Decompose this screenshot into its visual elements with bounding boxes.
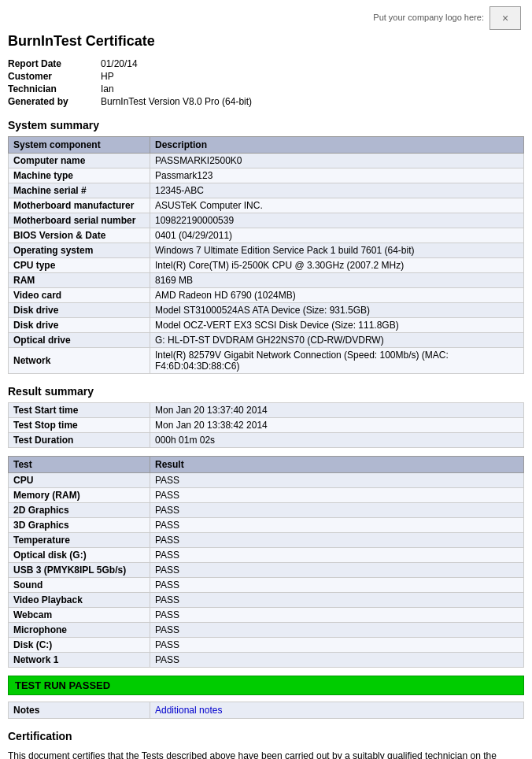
report-field-label: Generated by xyxy=(8,95,94,108)
test-result: PASS xyxy=(150,533,524,548)
notes-row: Notes Additional notes xyxy=(9,702,524,719)
system-component-label: RAM xyxy=(9,273,150,288)
system-row: Machine typePassmark123 xyxy=(9,168,524,183)
test-name: 2D Graphics xyxy=(9,503,150,518)
test-name: CPU xyxy=(9,473,150,488)
system-component-value: Model ST31000524AS ATA Device (Size: 931… xyxy=(150,303,524,318)
system-component-value: Model OCZ-VERT EX3 SCSI Disk Device (Siz… xyxy=(150,318,524,333)
report-info-row: Generated byBurnInTest Version V8.0 Pro … xyxy=(8,95,258,108)
certification-section: Certification This document certifies th… xyxy=(8,730,524,759)
test-result: PASS xyxy=(150,638,524,653)
report-field-label: Customer xyxy=(8,70,94,83)
system-row: CPU typeIntel(R) Core(TM) i5-2500K CPU @… xyxy=(9,258,524,273)
result-row: Video PlaybackPASS xyxy=(9,593,524,608)
system-row: Motherboard manufacturerASUSTeK Computer… xyxy=(9,198,524,213)
result-row: TemperaturePASS xyxy=(9,533,524,548)
test-result: PASS xyxy=(150,563,524,578)
test-result: PASS xyxy=(150,578,524,593)
logo-placeholder xyxy=(490,6,521,30)
system-component-value: G: HL-DT-ST DVDRAM GH22NS70 (CD-RW/DVDRW… xyxy=(150,333,524,348)
system-component-label: Machine type xyxy=(9,168,150,183)
timing-label: Test Duration xyxy=(9,433,150,448)
result-row: CPUPASS xyxy=(9,473,524,488)
result-row: WebcamPASS xyxy=(9,608,524,623)
system-row: NetworkIntel(R) 82579V Gigabit Network C… xyxy=(9,348,524,374)
logo-area: Put your company logo here: xyxy=(8,6,524,30)
test-name: 3D Graphics xyxy=(9,518,150,533)
test-name: Microphone xyxy=(9,623,150,638)
test-result: PASS xyxy=(150,503,524,518)
system-component-label: Machine serial # xyxy=(9,183,150,198)
report-field-label: Technician xyxy=(8,83,94,95)
report-field-value: HP xyxy=(94,70,258,83)
timing-value: 000h 01m 02s xyxy=(150,433,524,448)
timing-value: Mon Jan 20 13:38:42 2014 xyxy=(150,418,524,433)
result-row: USB 3 (PMYK8IPL 5Gb/s)PASS xyxy=(9,563,524,578)
main-title: BurnInTest Certificate xyxy=(8,33,524,50)
result-row: 2D GraphicsPASS xyxy=(9,503,524,518)
system-component-label: CPU type xyxy=(9,258,150,273)
logo-prompt-text: Put your company logo here: xyxy=(373,13,484,22)
test-name: Disk (C:) xyxy=(9,638,150,653)
test-name: Network 1 xyxy=(9,653,150,668)
result-row: Optical disk (G:)PASS xyxy=(9,548,524,563)
report-info-table: Report Date01/20/14CustomerHPTechnicianI… xyxy=(8,57,258,108)
notes-table: Notes Additional notes xyxy=(8,702,524,719)
system-row: Disk driveModel ST31000524AS ATA Device … xyxy=(9,303,524,318)
system-component-label: Disk drive xyxy=(9,318,150,333)
system-component-label: Video card xyxy=(9,288,150,303)
system-component-label: BIOS Version & Date xyxy=(9,228,150,243)
system-component-value: 12345-ABC xyxy=(150,183,524,198)
result-summary-title: Result summary xyxy=(8,385,524,398)
system-row: BIOS Version & Date0401 (04/29/2011) xyxy=(9,228,524,243)
test-name: Memory (RAM) xyxy=(9,488,150,503)
timing-row: Test Stop timeMon Jan 20 13:38:42 2014 xyxy=(9,418,524,433)
system-component-label: Optical drive xyxy=(9,333,150,348)
result-row: Memory (RAM)PASS xyxy=(9,488,524,503)
report-field-value: 01/20/14 xyxy=(94,57,258,70)
result-row: MicrophonePASS xyxy=(9,623,524,638)
system-row: Operating systemWindows 7 Ultimate Editi… xyxy=(9,243,524,258)
system-col1-header: System component xyxy=(9,137,150,154)
system-row: Motherboard serial number109822190000539 xyxy=(9,213,524,228)
system-component-value: 109822190000539 xyxy=(150,213,524,228)
system-row: Computer namePASSMARKI2500K0 xyxy=(9,154,524,168)
timing-row: Test Start timeMon Jan 20 13:37:40 2014 xyxy=(9,403,524,418)
timing-table: Test Start timeMon Jan 20 13:37:40 2014T… xyxy=(8,402,524,448)
test-run-banner: TEST RUN PASSED xyxy=(8,676,524,695)
certification-title: Certification xyxy=(8,730,524,742)
result-row: Disk (C:)PASS xyxy=(9,638,524,653)
system-row: Disk driveModel OCZ-VERT EX3 SCSI Disk D… xyxy=(9,318,524,333)
test-name: Video Playback xyxy=(9,593,150,608)
system-component-label: Motherboard manufacturer xyxy=(9,198,150,213)
system-component-label: Disk drive xyxy=(9,303,150,318)
report-field-value: Ian xyxy=(94,83,258,95)
test-result: PASS xyxy=(150,608,524,623)
system-component-value: Intel(R) 82579V Gigabit Network Connecti… xyxy=(150,348,524,374)
system-summary-title: System summary xyxy=(8,119,524,131)
system-component-value: PASSMARKI2500K0 xyxy=(150,154,524,168)
test-result: PASS xyxy=(150,623,524,638)
notes-value: Additional notes xyxy=(150,702,524,719)
system-component-label: Operating system xyxy=(9,243,150,258)
system-col2-header: Description xyxy=(150,137,524,154)
report-info-row: CustomerHP xyxy=(8,70,258,83)
result-col1-header: Test xyxy=(9,457,150,473)
timing-label: Test Start time xyxy=(9,403,150,418)
test-result: PASS xyxy=(150,488,524,503)
result-row: Network 1PASS xyxy=(9,653,524,668)
system-component-value: ASUSTeK Computer INC. xyxy=(150,198,524,213)
test-name: Temperature xyxy=(9,533,150,548)
system-component-value: Windows 7 Ultimate Edition Service Pack … xyxy=(150,243,524,258)
report-info: Report Date01/20/14CustomerHPTechnicianI… xyxy=(8,57,524,108)
test-result: PASS xyxy=(150,548,524,563)
result-row: SoundPASS xyxy=(9,578,524,593)
system-component-value: 8169 MB xyxy=(150,273,524,288)
timing-row: Test Duration000h 01m 02s xyxy=(9,433,524,448)
timing-label: Test Stop time xyxy=(9,418,150,433)
test-result: PASS xyxy=(150,473,524,488)
system-component-label: Computer name xyxy=(9,154,150,168)
system-component-value: 0401 (04/29/2011) xyxy=(150,228,524,243)
system-component-value: Passmark123 xyxy=(150,168,524,183)
test-result: PASS xyxy=(150,653,524,668)
